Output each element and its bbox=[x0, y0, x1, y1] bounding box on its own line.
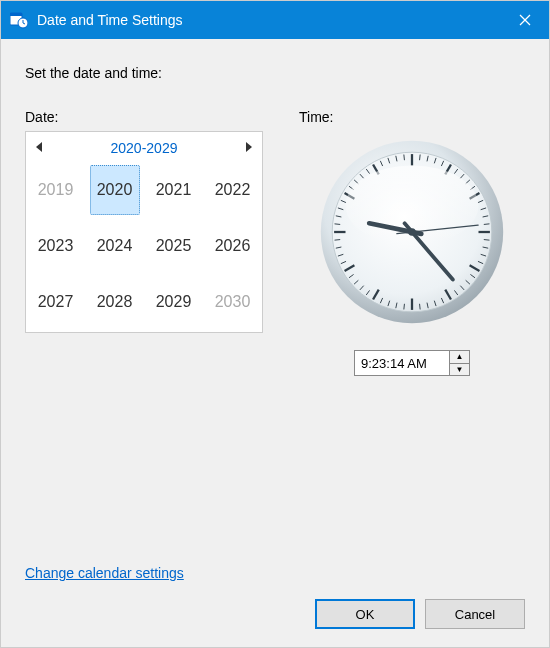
ok-button[interactable]: OK bbox=[315, 599, 415, 629]
svg-line-25 bbox=[484, 224, 490, 225]
svg-line-27 bbox=[484, 240, 490, 241]
chevron-right-icon bbox=[244, 142, 252, 152]
svg-marker-7 bbox=[36, 142, 42, 152]
date-label: Date: bbox=[25, 109, 263, 125]
year-cell-2019[interactable]: 2019 bbox=[26, 162, 85, 218]
svg-line-55 bbox=[335, 240, 341, 241]
svg-line-70 bbox=[404, 155, 405, 161]
time-column: Time: bbox=[299, 109, 525, 376]
year-cell-2027[interactable]: 2027 bbox=[26, 274, 85, 330]
year-cell-2030[interactable]: 2030 bbox=[203, 274, 262, 330]
calendar: 2020-2029 201920202021202220232024202520… bbox=[25, 131, 263, 333]
time-label: Time: bbox=[299, 109, 333, 125]
datetime-icon bbox=[9, 10, 29, 30]
cancel-button[interactable]: Cancel bbox=[425, 599, 525, 629]
svg-rect-1 bbox=[10, 13, 22, 16]
year-cell-2025[interactable]: 2025 bbox=[144, 218, 203, 274]
year-cell-2021[interactable]: 2021 bbox=[144, 162, 203, 218]
chevron-down-icon: ▼ bbox=[456, 365, 464, 374]
close-button[interactable] bbox=[501, 1, 549, 39]
calendar-prev-button[interactable] bbox=[36, 141, 44, 155]
svg-line-42 bbox=[404, 304, 405, 310]
svg-line-12 bbox=[420, 155, 421, 161]
window-title: Date and Time Settings bbox=[37, 12, 501, 28]
button-row: OK Cancel bbox=[25, 599, 525, 629]
date-column: Date: 2020-2029 201920202021202220232024… bbox=[25, 109, 263, 376]
titlebar: Date and Time Settings bbox=[1, 1, 549, 39]
year-grid: 2019202020212022202320242025202620272028… bbox=[26, 162, 262, 330]
time-input[interactable] bbox=[354, 350, 450, 376]
calendar-range-button[interactable]: 2020-2029 bbox=[111, 140, 178, 156]
content: Set the date and time: Date: 2020-2029 2… bbox=[1, 39, 549, 647]
svg-point-75 bbox=[408, 228, 416, 236]
chevron-left-icon bbox=[36, 142, 44, 152]
svg-line-40 bbox=[420, 304, 421, 310]
window: Date and Time Settings Set the date and … bbox=[0, 0, 550, 648]
year-cell-2026[interactable]: 2026 bbox=[203, 218, 262, 274]
year-cell-2020[interactable]: 2020 bbox=[85, 162, 144, 218]
time-up-button[interactable]: ▲ bbox=[450, 351, 469, 364]
calendar-next-button[interactable] bbox=[244, 141, 252, 155]
time-spinner: ▲ ▼ bbox=[354, 350, 470, 376]
year-cell-2028[interactable]: 2028 bbox=[85, 274, 144, 330]
year-cell-2024[interactable]: 2024 bbox=[85, 218, 144, 274]
change-calendar-settings-link[interactable]: Change calendar settings bbox=[25, 565, 525, 581]
close-icon bbox=[519, 14, 531, 26]
analog-clock bbox=[317, 137, 507, 330]
instruction-text: Set the date and time: bbox=[25, 65, 525, 81]
year-cell-2022[interactable]: 2022 bbox=[203, 162, 262, 218]
svg-marker-8 bbox=[246, 142, 252, 152]
year-cell-2023[interactable]: 2023 bbox=[26, 218, 85, 274]
svg-line-57 bbox=[335, 224, 341, 225]
chevron-up-icon: ▲ bbox=[456, 352, 464, 361]
time-down-button[interactable]: ▼ bbox=[450, 364, 469, 376]
columns: Date: 2020-2029 201920202021202220232024… bbox=[25, 109, 525, 376]
year-cell-2029[interactable]: 2029 bbox=[144, 274, 203, 330]
time-spinner-buttons: ▲ ▼ bbox=[450, 350, 470, 376]
calendar-header: 2020-2029 bbox=[26, 138, 262, 162]
